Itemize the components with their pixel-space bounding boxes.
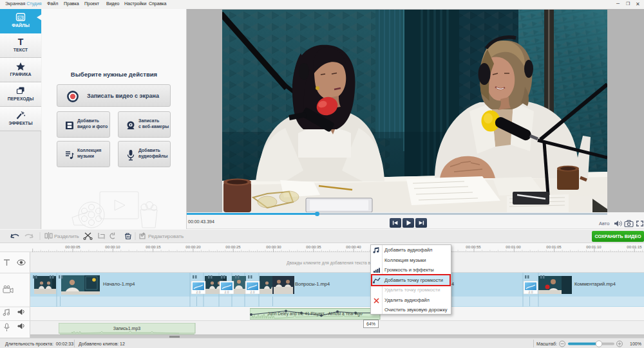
svg-text:Комментарий.mp4: Комментарий.mp4 xyxy=(574,281,616,287)
svg-text:4: 4 xyxy=(451,281,454,287)
svg-text:Начало-1.mp4: Начало-1.mp4 xyxy=(103,281,135,287)
svg-text:John Deley and the 41 Players: John Deley and the 41 Players - Almost a… xyxy=(267,311,362,316)
svg-text:T: T xyxy=(18,37,24,46)
svg-text:Редактировать: Редактировать xyxy=(148,234,184,239)
svg-text:Запись1.mp3: Запись1.mp3 xyxy=(113,326,141,331)
svg-text:Разделить: Разделить xyxy=(54,234,79,239)
svg-text:Вопросы-1.mp4: Вопросы-1.mp4 xyxy=(295,281,330,287)
